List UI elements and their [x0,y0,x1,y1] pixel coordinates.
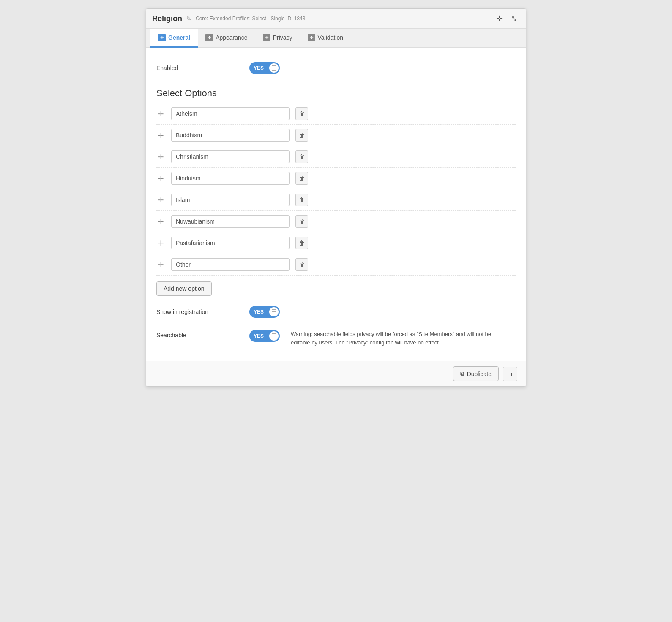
duplicate-icon: ⧉ [460,370,464,377]
searchable-label: Searchable [156,330,249,338]
searchable-toggle-track[interactable]: YES [249,330,280,342]
tab-appearance[interactable]: ✛ Appearance [198,29,255,48]
delete-option-2[interactable]: 🗑 [295,129,308,142]
option-row: ✛ 🗑 [156,103,516,125]
option-input-1[interactable] [171,107,290,120]
delete-option-1[interactable]: 🗑 [295,107,308,120]
option-row: ✛ 🗑 [156,254,516,276]
option-input-8[interactable] [171,258,290,271]
appearance-tab-icon: ✛ [205,34,213,41]
option-row: ✛ 🗑 [156,168,516,189]
panel-header: Religion ✎ Core: Extended Profiles: Sele… [146,9,526,29]
duplicate-button[interactable]: ⧉ Duplicate [453,366,499,381]
option-row: ✛ 🗑 [156,125,516,146]
toggle-lines [272,65,276,71]
expand-button[interactable]: ✛ [494,13,505,24]
edit-icon[interactable]: ✎ [186,15,191,22]
header-left: Religion ✎ Core: Extended Profiles: Sele… [152,14,305,23]
show-in-registration-row: Show in registration YES [156,300,516,324]
searchable-toggle-knob [269,331,279,341]
drag-handle-2[interactable]: ✛ [156,131,165,139]
searchable-row: Searchable YES Warning: se [156,324,516,352]
tab-general[interactable]: ✛ General [150,29,198,48]
option-input-6[interactable] [171,215,290,228]
option-input-7[interactable] [171,237,290,249]
enabled-toggle[interactable]: YES [249,62,280,74]
option-row: ✛ 🗑 [156,211,516,232]
sir-toggle-yes: YES [249,309,264,315]
tab-general-label: General [168,34,190,41]
searchable-right: YES Warning: searchable fields privacy w… [249,330,494,346]
collapse-button[interactable]: ⤡ [508,13,520,24]
option-input-4[interactable] [171,172,290,185]
footer-delete-button[interactable]: 🗑 [503,367,517,381]
sir-toggle-track[interactable]: YES [249,306,280,318]
drag-handle-6[interactable]: ✛ [156,218,165,226]
drag-handle-4[interactable]: ✛ [156,175,165,183]
show-in-registration-toggle[interactable]: YES [249,306,280,318]
select-options-title: Select Options [156,88,516,99]
toggle-knob [269,63,279,73]
options-list: ✛ 🗑 ✛ 🗑 ✛ 🗑 ✛ 🗑 ✛ 🗑 [156,103,516,276]
tab-validation-label: Validation [318,34,343,41]
tab-privacy[interactable]: ✛ Privacy [255,29,300,48]
drag-handle-3[interactable]: ✛ [156,153,165,161]
drag-handle-1[interactable]: ✛ [156,110,165,118]
option-input-2[interactable] [171,129,290,142]
validation-tab-icon: ✛ [308,34,315,41]
tab-privacy-label: Privacy [273,34,292,41]
duplicate-label: Duplicate [467,371,492,377]
show-in-registration-label: Show in registration [156,308,249,315]
delete-option-7[interactable]: 🗑 [295,237,308,249]
panel-content: Enabled YES Select Options [146,48,526,361]
drag-handle-5[interactable]: ✛ [156,196,165,204]
delete-option-8[interactable]: 🗑 [295,258,308,271]
delete-option-6[interactable]: 🗑 [295,215,308,228]
option-input-5[interactable] [171,194,290,206]
general-tab-icon: ✛ [158,34,166,41]
drag-handle-8[interactable]: ✛ [156,261,165,269]
enabled-row: Enabled YES [156,56,516,80]
panel-footer: ⧉ Duplicate 🗑 [146,361,526,386]
toggle-yes-label: YES [249,65,264,71]
privacy-tab-icon: ✛ [263,34,270,41]
toggle-track[interactable]: YES [249,62,280,74]
tab-validation[interactable]: ✛ Validation [300,29,351,48]
tab-appearance-label: Appearance [216,34,248,41]
add-option-button[interactable]: Add new option [156,281,212,296]
panel-title: Religion [152,14,182,23]
delete-option-3[interactable]: 🗑 [295,150,308,163]
header-actions: ✛ ⤡ [494,13,520,24]
option-row: ✛ 🗑 [156,189,516,211]
drag-handle-7[interactable]: ✛ [156,239,165,247]
option-row: ✛ 🗑 [156,146,516,168]
searchable-warning: Warning: searchable fields privacy will … [291,330,494,346]
searchable-toggle-yes: YES [249,333,264,339]
tabs-bar: ✛ General ✛ Appearance ✛ Privacy ✛ Valid… [146,29,526,48]
delete-option-5[interactable]: 🗑 [295,194,308,206]
panel-subtitle: Core: Extended Profiles: Select - Single… [196,16,305,22]
delete-option-4[interactable]: 🗑 [295,172,308,185]
enabled-label: Enabled [156,65,249,71]
sir-toggle-knob [269,307,279,316]
searchable-toggle[interactable]: YES [249,330,280,342]
option-row: ✛ 🗑 [156,232,516,254]
option-input-3[interactable] [171,150,290,163]
main-panel: Religion ✎ Core: Extended Profiles: Sele… [146,8,526,387]
